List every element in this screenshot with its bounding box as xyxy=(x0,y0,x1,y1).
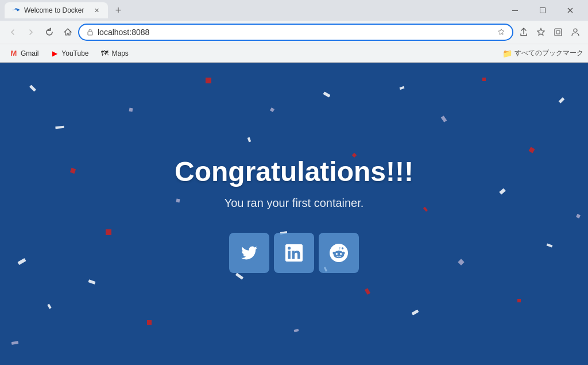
url-input[interactable]: localhost:8088 xyxy=(98,28,494,37)
congratulations-subtitle: You ran your first container. xyxy=(175,197,413,210)
lock-icon xyxy=(86,28,94,36)
confetti-piece xyxy=(500,189,506,195)
minimize-button[interactable] xyxy=(502,2,528,18)
maximize-button[interactable] xyxy=(529,2,556,18)
tab-title: Welcome to Docker xyxy=(24,6,88,14)
tab-favicon xyxy=(11,6,21,15)
tab-bar: Welcome to Docker ✕ + xyxy=(0,0,588,21)
confetti-piece xyxy=(88,280,95,285)
confetti-piece xyxy=(558,97,564,103)
confetti-piece xyxy=(147,320,152,325)
svg-rect-1 xyxy=(540,8,546,13)
confetti-piece xyxy=(206,78,211,83)
confetti-piece xyxy=(458,259,464,265)
confetti-piece xyxy=(17,258,26,264)
new-tab-button[interactable]: + xyxy=(110,2,126,18)
confetti-piece xyxy=(400,86,405,90)
bookmark-youtube-label: YouTube xyxy=(61,49,88,57)
toolbar-buttons xyxy=(516,24,583,40)
confetti-piece xyxy=(547,244,553,248)
bookmarks-bar: M Gmail ▶ YouTube 🗺 Maps 📁 すべてのブックマーク xyxy=(0,44,588,62)
browser-chrome: Welcome to Docker ✕ + xyxy=(0,0,588,63)
confetti-piece xyxy=(365,288,370,295)
bookmark-star-button[interactable] xyxy=(533,24,549,40)
refresh-button[interactable] xyxy=(41,24,57,40)
reddit-button[interactable] xyxy=(319,233,359,273)
bookmarks-folder-label: すべてのブックマーク xyxy=(514,48,583,58)
confetti-piece xyxy=(528,147,535,153)
docker-welcome-page: Congratulations!!! You ran your first co… xyxy=(0,63,588,365)
confetti-piece xyxy=(11,341,19,345)
svg-point-7 xyxy=(574,29,577,32)
confetti-piece xyxy=(270,107,274,112)
confetti-piece xyxy=(482,78,486,81)
confetti-piece xyxy=(70,168,76,174)
bookmark-maps-label: Maps xyxy=(112,49,129,57)
tab-close-button[interactable]: ✕ xyxy=(92,6,101,15)
social-buttons xyxy=(175,233,413,273)
congratulations-title: Congratulations!!! xyxy=(175,156,413,187)
close-button[interactable] xyxy=(557,2,583,18)
confetti-piece xyxy=(323,91,331,97)
svg-rect-4 xyxy=(88,32,92,35)
confetti-piece xyxy=(411,309,419,315)
confetti-piece xyxy=(423,207,428,212)
linkedin-button[interactable] xyxy=(274,233,314,273)
profile-button[interactable] xyxy=(567,24,583,40)
forward-button[interactable] xyxy=(23,24,39,40)
svg-rect-5 xyxy=(555,29,562,36)
page-content: Congratulations!!! You ran your first co… xyxy=(175,156,413,273)
star-icon[interactable] xyxy=(497,28,505,36)
confetti-piece xyxy=(576,214,581,218)
active-tab[interactable]: Welcome to Docker ✕ xyxy=(5,2,108,18)
twitter-button[interactable] xyxy=(229,233,269,273)
nav-bar: localhost:8088 xyxy=(0,21,588,44)
back-button[interactable] xyxy=(5,24,21,40)
maps-icon: 🗺 xyxy=(100,49,110,58)
confetti-piece xyxy=(441,116,447,122)
tab-view-button[interactable] xyxy=(550,24,566,40)
share-button[interactable] xyxy=(516,24,532,40)
address-bar[interactable]: localhost:8088 xyxy=(78,24,513,41)
confetti-piece xyxy=(56,126,64,129)
bookmark-gmail-label: Gmail xyxy=(21,49,38,57)
confetti-piece xyxy=(517,299,521,302)
bookmark-gmail[interactable]: M Gmail xyxy=(5,47,43,60)
svg-rect-6 xyxy=(556,30,560,34)
home-button[interactable] xyxy=(60,24,76,40)
bookmark-maps[interactable]: 🗺 Maps xyxy=(96,47,133,60)
confetti-piece xyxy=(247,137,251,142)
confetti-piece xyxy=(29,85,36,92)
confetti-piece xyxy=(129,108,133,112)
confetti-piece xyxy=(294,329,299,332)
bookmarks-folder[interactable]: 📁 すべてのブックマーク xyxy=(502,48,583,58)
bookmark-youtube[interactable]: ▶ YouTube xyxy=(45,47,93,60)
gmail-icon: M xyxy=(9,49,18,58)
svg-rect-0 xyxy=(512,10,518,11)
confetti-piece xyxy=(235,272,243,279)
window-controls xyxy=(502,2,583,18)
confetti-piece xyxy=(47,303,51,309)
confetti-piece xyxy=(106,229,111,235)
youtube-icon: ▶ xyxy=(50,49,59,58)
